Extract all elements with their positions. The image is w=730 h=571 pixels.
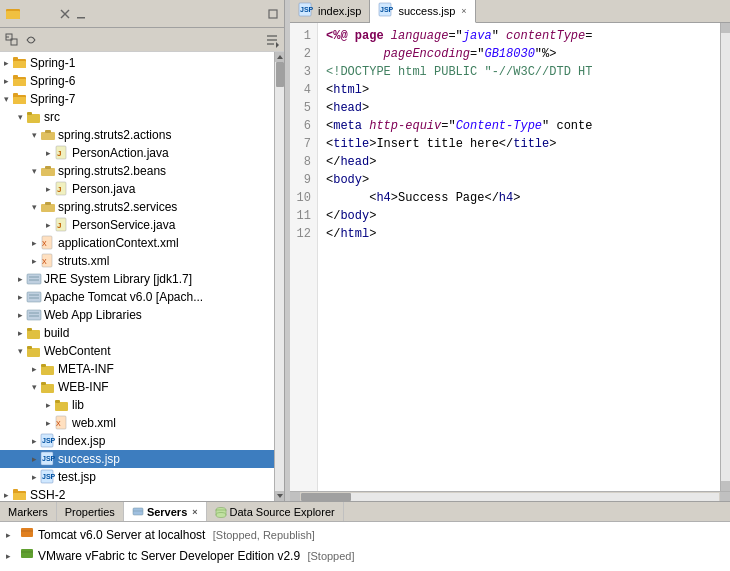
- svg-text:JSP: JSP: [380, 6, 394, 13]
- bottom-tab-datasource[interactable]: Data Source Explorer: [207, 502, 344, 521]
- expand-arrow[interactable]: ▾: [28, 130, 40, 140]
- expand-arrow[interactable]: ▸: [42, 400, 54, 410]
- tree-item-successjsp[interactable]: ▸JSPsuccess.jsp: [0, 450, 274, 468]
- tree-item-services[interactable]: ▾spring.struts2.services: [0, 198, 274, 216]
- tree-item-metainf[interactable]: ▸META-INF: [0, 360, 274, 378]
- expand-arrow[interactable]: ▸: [28, 472, 40, 482]
- bottom-tab-markers[interactable]: Markers: [0, 502, 57, 521]
- tree-item-personaction[interactable]: ▸JPersonAction.java: [0, 144, 274, 162]
- view-menu-icon[interactable]: [264, 32, 280, 48]
- collapse-all-icon[interactable]: [4, 32, 20, 48]
- scroll-thumb[interactable]: [276, 62, 284, 87]
- expand-arrow[interactable]: ▸: [14, 328, 26, 338]
- expand-arrow[interactable]: ▸: [14, 310, 26, 320]
- tree-item-src[interactable]: ▾src: [0, 108, 274, 126]
- tree-item-spring6[interactable]: ▸Spring-6: [0, 72, 274, 90]
- svg-rect-14: [13, 61, 26, 68]
- editor-tab-indexjsp[interactable]: JSP index.jsp: [290, 0, 370, 22]
- line-num: 1: [294, 27, 311, 45]
- tree-item-appcontext[interactable]: ▸XapplicationContext.xml: [0, 234, 274, 252]
- tree-item-spring7[interactable]: ▾Spring-7: [0, 90, 274, 108]
- editor-scroll-up[interactable]: [721, 23, 730, 33]
- expand-arrow[interactable]: ▾: [14, 112, 26, 122]
- bottom-tab-close[interactable]: ×: [192, 507, 197, 517]
- item-label: struts.xml: [58, 254, 109, 268]
- expand-arrow[interactable]: ▾: [28, 382, 40, 392]
- tree-item-beans[interactable]: ▾spring.struts2.beans: [0, 162, 274, 180]
- expand-arrow[interactable]: ▾: [0, 94, 12, 104]
- main-container: ▸Spring-1▸Spring-6▾Spring-7▾src▾spring.s…: [0, 0, 730, 571]
- tree-item-lib[interactable]: ▸lib: [0, 396, 274, 414]
- scroll-track[interactable]: [275, 62, 284, 491]
- item-label: spring.struts2.services: [58, 200, 177, 214]
- expand-arrow[interactable]: ▸: [28, 436, 40, 446]
- tree-item-build[interactable]: ▸build: [0, 324, 274, 342]
- expand-arrow[interactable]: ▸: [42, 148, 54, 158]
- server-row-tomcat60[interactable]: ▸ Tomcat v6.0 Server at localhost [Stopp…: [0, 524, 730, 545]
- hscroll-track[interactable]: [301, 493, 719, 501]
- editor-hscrollbar[interactable]: [290, 491, 730, 501]
- expand-arrow[interactable]: ▸: [0, 490, 12, 500]
- tree-item-spring1[interactable]: ▸Spring-1: [0, 54, 274, 72]
- tree-item-indexjsp[interactable]: ▸JSPindex.jsp: [0, 432, 274, 450]
- expand-arrow[interactable]: ▸: [14, 274, 26, 284]
- expand-arrow[interactable]: ▸: [42, 220, 54, 230]
- tree-item-webinf[interactable]: ▾WEB-INF: [0, 378, 274, 396]
- expand-arrow[interactable]: ▸: [28, 454, 40, 464]
- item-icon-project: [12, 55, 28, 71]
- expand-arrow[interactable]: ▾: [28, 166, 40, 176]
- expand-arrow[interactable]: ▸: [0, 58, 12, 68]
- scroll-up-btn[interactable]: [275, 52, 284, 62]
- expand-arrow[interactable]: ▾: [28, 202, 40, 212]
- bottom-tab-label: Servers: [147, 506, 187, 518]
- tab-close-btn[interactable]: ×: [461, 6, 466, 16]
- code-line: </head>: [326, 153, 712, 171]
- item-label: spring.struts2.beans: [58, 164, 166, 178]
- tree-item-ssh2[interactable]: ▸SSH-2: [0, 486, 274, 501]
- hscroll-left[interactable]: [290, 492, 300, 502]
- expand-arrow[interactable]: ▸: [42, 418, 54, 428]
- bottom-tab-properties[interactable]: Properties: [57, 502, 124, 521]
- tree-item-webxml[interactable]: ▸Xweb.xml: [0, 414, 274, 432]
- bottom-tab-servers[interactable]: Servers×: [124, 502, 207, 521]
- server-expand-tomcat60[interactable]: ▸: [6, 530, 16, 540]
- tree-item-tomcat[interactable]: ▸Apache Tomcat v6.0 [Apach...: [0, 288, 274, 306]
- server-expand-vmware[interactable]: ▸: [6, 551, 16, 561]
- scroll-down-btn[interactable]: [275, 491, 284, 501]
- expand-arrow[interactable]: ▸: [0, 76, 12, 86]
- pe-maximize-icon[interactable]: [267, 8, 279, 20]
- svg-rect-49: [27, 330, 40, 339]
- pe-scrollbar[interactable]: [274, 52, 284, 501]
- tree-item-jre[interactable]: ▸JRE System Library [jdk1.7]: [0, 270, 274, 288]
- tree-item-webcontent[interactable]: ▾WebContent: [0, 342, 274, 360]
- editor-tab-successjsp[interactable]: JSP success.jsp ×: [370, 0, 475, 23]
- item-label: applicationContext.xml: [58, 236, 179, 250]
- editor-scroll-track[interactable]: [721, 33, 730, 481]
- hscroll-thumb[interactable]: [301, 493, 351, 501]
- tree-item-personservice[interactable]: ▸JPersonService.java: [0, 216, 274, 234]
- code-area[interactable]: <%@ page language="java" contentType= pa…: [318, 23, 720, 491]
- bottom-tab-label: Markers: [8, 506, 48, 518]
- tree-item-webapp[interactable]: ▸Web App Libraries: [0, 306, 274, 324]
- expand-arrow[interactable]: ▾: [14, 346, 26, 356]
- hscroll-right[interactable]: [720, 492, 730, 502]
- tree-item-struts[interactable]: ▸Xstruts.xml: [0, 252, 274, 270]
- line-num: 7: [294, 135, 311, 153]
- expand-arrow[interactable]: ▸: [28, 238, 40, 248]
- tree-item-testjsp[interactable]: ▸JSPtest.jsp: [0, 468, 274, 486]
- pe-close-icon[interactable]: [59, 8, 71, 20]
- item-label: Apache Tomcat v6.0 [Apach...: [44, 290, 203, 304]
- expand-arrow[interactable]: ▸: [42, 184, 54, 194]
- tree-item-actions[interactable]: ▾spring.struts2.actions: [0, 126, 274, 144]
- tree-item-person[interactable]: ▸JPerson.java: [0, 180, 274, 198]
- pe-minimize-icon[interactable]: [75, 8, 87, 20]
- editor-scrollbar[interactable]: [720, 23, 730, 491]
- expand-arrow[interactable]: ▸: [14, 292, 26, 302]
- link-editor-icon[interactable]: [23, 32, 39, 48]
- item-label: META-INF: [58, 362, 114, 376]
- editor-scroll-down[interactable]: [721, 481, 730, 491]
- svg-rect-24: [41, 132, 55, 140]
- server-row-vmware[interactable]: ▸ VMware vFabric tc Server Developer Edi…: [0, 545, 730, 566]
- expand-arrow[interactable]: ▸: [28, 256, 40, 266]
- expand-arrow[interactable]: ▸: [28, 364, 40, 374]
